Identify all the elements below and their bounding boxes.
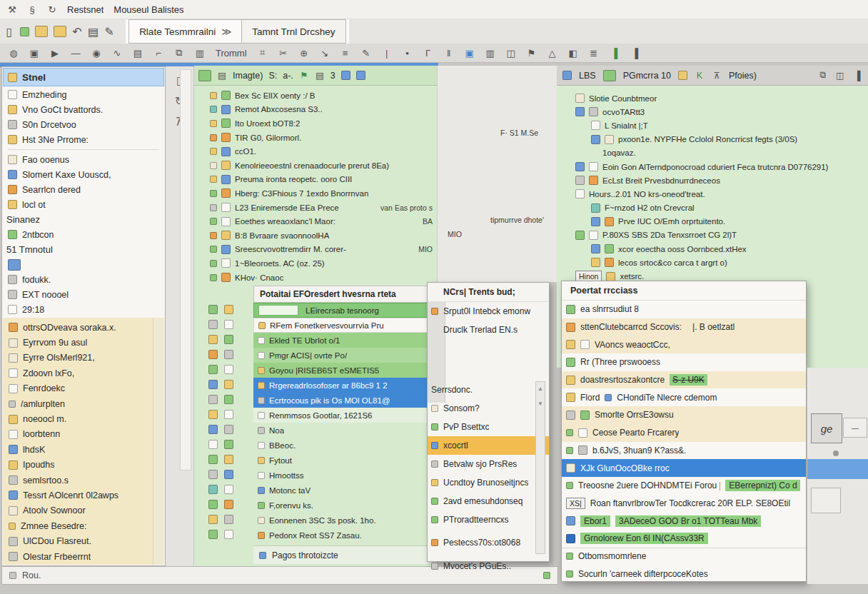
gutter-icon[interactable] (208, 530, 218, 539)
window-icon[interactable] (341, 71, 350, 80)
list-item-selected[interactable]: Ecrtrocous pik is Os MOl OL81@ (253, 393, 437, 408)
menu-item-highlighted[interactable]: xcocrtl (428, 436, 549, 455)
tree-item[interactable]: EcLst Breit Prvesbdnurrdneceos (557, 173, 868, 187)
menu-item[interactable]: FlordCHondiTe Nlecre cdemom (562, 388, 806, 406)
menu-item[interactable]: Druclk Trerlad EN.s (428, 321, 549, 339)
sidebar-item[interactable]: ottrsODveava soraka.x. (3, 320, 154, 335)
gutter-icon[interactable] (224, 440, 233, 449)
flag-icon[interactable]: ⚑ (299, 70, 309, 81)
list-item[interactable]: Eonnenen 3SC 3s posk. 1ho. (253, 513, 437, 528)
list-item[interactable]: BBeoc. (253, 438, 437, 453)
pen-icon[interactable]: ✎ (104, 25, 114, 39)
window-icon[interactable] (356, 71, 365, 80)
gutter-icon[interactable] (208, 500, 218, 509)
run-icon[interactable]: ▶ (50, 48, 60, 59)
menu-item[interactable]: Sonsom? (428, 399, 549, 418)
tree-item[interactable]: 1~Bleoroets. AC (oz. 25) (194, 256, 437, 271)
menu-icon[interactable]: ≣ (589, 48, 599, 59)
wave-icon[interactable]: ∿ (112, 48, 122, 59)
dot-icon[interactable]: ▪ (403, 48, 413, 59)
undo-icon[interactable]: ↶ (72, 25, 82, 39)
sidebar-item[interactable]: locl ot (2, 197, 165, 212)
gutter-icon[interactable] (208, 350, 218, 359)
list-item[interactable]: Renmmsos Gootlar, 1621S6 (253, 408, 437, 423)
sidebar-item[interactable]: lhdsK (3, 442, 154, 457)
doc-icon[interactable] (562, 71, 572, 80)
save-icon[interactable]: ▣ (29, 48, 39, 59)
list-item[interactable]: Hmoottss (253, 468, 437, 483)
menu-item[interactable]: Socurln 'carneek difterpcoceKotes (562, 565, 806, 583)
gutter-icon[interactable] (224, 530, 233, 539)
win-icon[interactable]: ◫ (506, 48, 516, 59)
angle-icon[interactable]: ⌐ (153, 48, 163, 59)
menu-item[interactable]: sttenClutebcarrcd Sccovis:|. B oetlzatl (562, 318, 806, 336)
tree-item[interactable]: Hours..2.01 NO krs-oneod'treat. (557, 187, 868, 201)
tree-item[interactable]: Slotie Counbtmeor (557, 91, 868, 105)
panel-icon[interactable] (54, 26, 66, 37)
gutter-icon[interactable] (208, 455, 218, 464)
sidebar-item[interactable]: Vno GoCt bvattords. (2, 102, 165, 117)
sidebar-item[interactable]: Atoolv Sownoor (3, 503, 154, 518)
tree-item[interactable]: TIR G0, Gilormorl. (194, 131, 437, 145)
flag-icon[interactable]: ⚑ (527, 48, 537, 59)
half-icon[interactable]: ◧ (568, 48, 578, 59)
sidebar-item[interactable]: 29:18 (2, 302, 165, 317)
tree-item[interactable]: ocvoTARtt3 (557, 105, 868, 119)
tree-item[interactable]: L Snialnt |;T (557, 119, 868, 132)
tab-rlate-tesmmrailni[interactable]: Rlate Tesmmrailni ≫ (128, 19, 242, 44)
inline-field[interactable] (258, 305, 298, 316)
sidebar-item[interactable]: 2ntbcon (2, 227, 165, 242)
gutter-icon[interactable] (224, 365, 233, 374)
cut-icon[interactable]: ✂ (278, 48, 288, 59)
gutter-icon[interactable] (208, 335, 218, 344)
menu-item[interactable]: Ucndtoy Brunoseitjncs (428, 473, 549, 492)
menu-item-restsnet[interactable]: Restsnet (67, 4, 104, 15)
menu-item[interactable]: Treoosne 2uere DOHNDMTEi Forou |EBerrepn… (562, 477, 806, 495)
rows-icon[interactable]: ▤ (217, 70, 227, 81)
sidebar-item[interactable]: Tessrt AOlcenrt 0l2awps (3, 488, 154, 503)
arrow-icon[interactable]: ↘ (320, 48, 330, 59)
list-item[interactable]: Noa (253, 423, 437, 438)
tree-item[interactable]: Sreescrvovottremdirr M. corer-MIO (194, 243, 437, 257)
grid2-icon[interactable]: ▥ (485, 48, 495, 59)
gutter-icon[interactable] (224, 380, 233, 389)
sidebar-item[interactable]: Emzheding (2, 87, 165, 102)
list-item[interactable]: Goyou |RISEB6ST eSMETIS5 (253, 363, 437, 378)
maximize-icon[interactable]: ◫ (835, 70, 845, 81)
menu-item[interactable]: Grnolorew Eon 6l IN(CAssv33R (562, 530, 806, 548)
gutter-icon[interactable] (208, 380, 218, 389)
sidebar-item[interactable]: Eyrrvom 9u asul (3, 335, 154, 350)
tree-item[interactable]: 1oqavaz. (557, 146, 868, 160)
record-icon[interactable]: ◉ (91, 48, 101, 59)
gutter-icon[interactable] (224, 515, 233, 524)
gutter-icon[interactable] (224, 350, 233, 359)
chevron-right-icon[interactable]: ≫ (221, 26, 231, 37)
tri-icon[interactable]: △ (547, 48, 557, 59)
refresh-icon[interactable]: ↻ (47, 4, 57, 15)
tab-tamnt-trnl[interactable]: Tamnt Trnl Drcshey (242, 19, 345, 44)
gutter-icon[interactable] (224, 470, 233, 479)
gutter-scrollbar[interactable] (180, 69, 191, 470)
tree-item[interactable]: Preuma ironta reopetc. ooro CIII (194, 173, 437, 187)
sidebar-item[interactable] (2, 257, 165, 272)
gutter-icon[interactable] (224, 500, 233, 509)
gutter-icon[interactable] (224, 305, 233, 314)
gamma-icon[interactable]: Γ (423, 48, 433, 59)
menu-item[interactable]: Serrsdonc. (428, 381, 549, 399)
menu-item[interactable]: PvP Bsettxc (428, 418, 549, 436)
section-icon[interactable]: § (27, 4, 37, 15)
tree-item[interactable]: ccO1. (194, 144, 437, 158)
tree-item[interactable]: Hberg: C3Fhious 7 1exdo Bnorrnvan (194, 186, 437, 201)
app-icon[interactable]: ◍ (9, 48, 19, 59)
list-item-selected[interactable]: Rrgereadrlosofoser ar 86bc9 1 2 (253, 378, 437, 393)
sidebar-item[interactable]: Zmnee Besedre: (3, 518, 154, 533)
sidebar-item[interactable]: Fenrdoekc (3, 381, 154, 396)
gutter-icon[interactable] (208, 305, 218, 314)
tree-item[interactable]: lecos srtoc&co carca t argrt o) (557, 256, 868, 269)
list-item[interactable]: Pmgr ACIS| ovrte Po/ (253, 348, 437, 363)
note-icon[interactable] (678, 71, 687, 80)
tree-item[interactable]: Remot Abxcosesna S3.. (194, 103, 437, 117)
bars-icon[interactable]: ‖ (444, 48, 454, 59)
list-box-icon[interactable]: ▤ (315, 70, 325, 81)
menu-item[interactable]: Srput0l Intebck emonw (428, 302, 549, 321)
